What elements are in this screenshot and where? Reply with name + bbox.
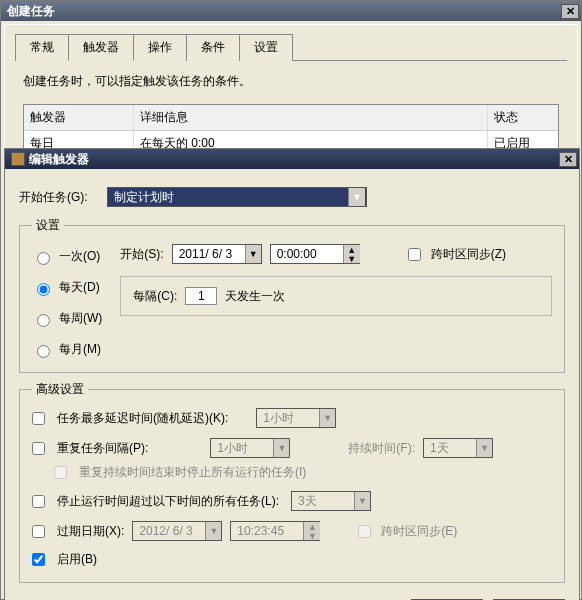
- repeat-check[interactable]: [32, 442, 45, 455]
- th-detail: 详细信息: [134, 105, 488, 130]
- interval-box: 每隔(C): 天发生一次: [120, 276, 552, 316]
- advanced-fieldset: 高级设置 任务最多延迟时间(随机延迟)(K): ▼ 重复任务间隔(P): ▼ 持…: [19, 381, 565, 583]
- delay-label: 任务最多延迟时间(随机延迟)(K):: [57, 410, 228, 427]
- duration-label: 持续时间(F):: [348, 440, 415, 457]
- expire-date: ▼: [132, 521, 222, 541]
- radio-monthly[interactable]: 每月(M): [32, 341, 102, 358]
- start-task-select[interactable]: ▼: [107, 187, 367, 207]
- delay-select: ▼: [256, 408, 336, 428]
- interval-label: 每隔(C):: [133, 288, 177, 305]
- start-task-value: [108, 188, 348, 206]
- parent-titlebar: 创建任务 ✕: [1, 1, 581, 21]
- repeat-select: ▼: [210, 438, 290, 458]
- chevron-down-icon[interactable]: ▼: [348, 188, 365, 206]
- stopafter-label: 停止运行时间超过以下时间的所有任务(L):: [57, 493, 279, 510]
- th-status: 状态: [488, 105, 558, 130]
- interval-suffix: 天发生一次: [225, 288, 285, 305]
- spinner-down-icon[interactable]: ▼: [343, 254, 360, 263]
- start-date-picker[interactable]: ▼: [172, 244, 262, 264]
- duration-select: ▼: [423, 438, 493, 458]
- tab-bar: 常规 触发器 操作 条件 设置: [15, 33, 567, 61]
- delay-check[interactable]: [32, 412, 45, 425]
- advanced-legend: 高级设置: [32, 381, 88, 398]
- expire-time: ▲▼: [230, 521, 320, 541]
- chevron-down-icon: ▼: [476, 439, 492, 457]
- settings-legend: 设置: [32, 217, 64, 234]
- expire-check[interactable]: [32, 525, 45, 538]
- trigger-desc: 创建任务时，可以指定触发该任务的条件。: [23, 73, 559, 90]
- chevron-down-icon: ▼: [273, 439, 289, 457]
- repeat-stop-check: [54, 466, 67, 479]
- close-icon[interactable]: ✕: [561, 4, 579, 19]
- schedule-radios: 一次(O) 每天(D) 每周(W) 每月(M): [32, 244, 102, 358]
- enabled-check[interactable]: [32, 553, 45, 566]
- repeat-stop-label: 重复持续时间结束时停止所有运行的任务(I): [79, 464, 306, 481]
- radio-weekly[interactable]: 每周(W): [32, 310, 102, 327]
- chevron-down-icon: ▼: [354, 492, 370, 510]
- chevron-down-icon: ▼: [205, 522, 221, 540]
- tab-conditions[interactable]: 条件: [186, 34, 240, 61]
- tab-triggers[interactable]: 触发器: [68, 34, 134, 61]
- tab-settings[interactable]: 设置: [239, 34, 293, 61]
- th-trigger: 触发器: [24, 105, 134, 130]
- chevron-down-icon[interactable]: ▼: [245, 245, 261, 263]
- stopafter-check[interactable]: [32, 495, 45, 508]
- expire-label: 过期日期(X):: [57, 523, 124, 540]
- expire-sync-check: 跨时区同步(E): [358, 523, 457, 540]
- stopafter-select: ▼: [291, 491, 371, 511]
- radio-daily[interactable]: 每天(D): [32, 279, 102, 296]
- dialog-title: 编辑触发器: [29, 151, 89, 168]
- tab-general[interactable]: 常规: [15, 34, 69, 61]
- start-time-picker[interactable]: ▲▼: [270, 244, 360, 264]
- table-header: 触发器 详细信息 状态: [24, 105, 558, 131]
- interval-input[interactable]: [185, 287, 217, 305]
- dialog-buttons: 确定 取消: [5, 591, 579, 600]
- repeat-label: 重复任务间隔(P):: [57, 440, 148, 457]
- spinner-down-icon: ▼: [303, 531, 320, 540]
- start-label: 开始(S):: [120, 246, 163, 263]
- dialog-icon: [11, 152, 25, 166]
- edit-trigger-dialog: 编辑触发器 ✕ 开始任务(G): ▼ 设置 一次(O) 每天(D) 每周(W) …: [4, 148, 580, 600]
- parent-title: 创建任务: [7, 3, 55, 20]
- dialog-close-icon[interactable]: ✕: [559, 152, 577, 167]
- radio-once[interactable]: 一次(O): [32, 248, 102, 265]
- settings-fieldset: 设置 一次(O) 每天(D) 每周(W) 每月(M) 开始(S): ▼: [19, 217, 565, 373]
- start-task-label: 开始任务(G):: [19, 189, 107, 206]
- sync-tz-check[interactable]: 跨时区同步(Z): [408, 246, 506, 263]
- chevron-down-icon: ▼: [319, 409, 335, 427]
- tab-actions[interactable]: 操作: [133, 34, 187, 61]
- enabled-label: 启用(B): [57, 551, 97, 568]
- dialog-titlebar: 编辑触发器 ✕: [5, 149, 579, 169]
